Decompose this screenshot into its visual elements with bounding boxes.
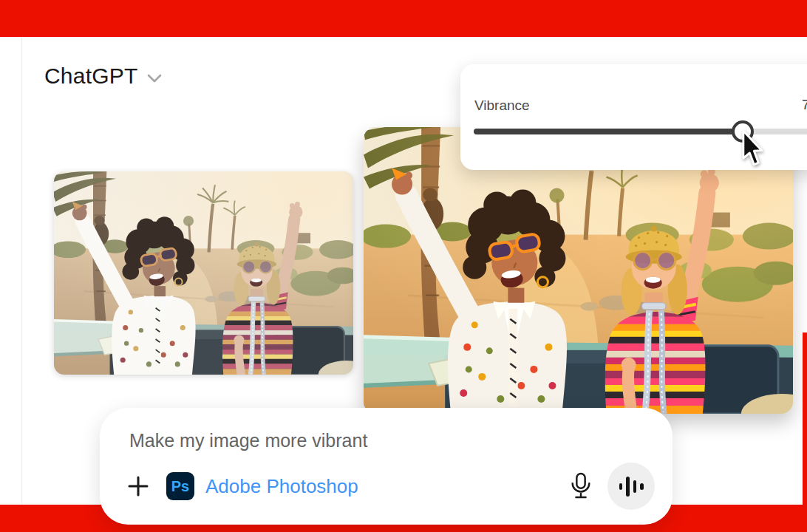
app-window: ChatGPT Vibrance 7 Make my image more vi… [0,0,807,532]
mouse-cursor-icon [740,130,766,167]
model-switcher[interactable]: ChatGPT [44,64,163,89]
attach-button[interactable] [125,473,151,499]
red-edge-strip [803,332,807,510]
photo-before[interactable] [54,171,353,375]
sidebar-divider [21,37,22,505]
vibrance-value: 7 [802,97,807,113]
composer-input[interactable]: Make my image more vibrant [129,430,367,451]
microphone-icon [569,471,593,502]
plus-icon [127,475,149,497]
waveform-icon [619,477,644,497]
adobe-red-top-banner [0,0,807,37]
photoshop-icon: Ps [166,472,194,500]
dictate-button[interactable] [565,470,597,502]
photo-after[interactable] [364,127,793,414]
chevron-down-icon [146,73,163,83]
photoshop-app-label: Adobe Photoshop [205,475,358,498]
vibrance-label: Vibrance [474,98,530,114]
voice-mode-button[interactable] [607,463,655,510]
composer-toolbar: Ps Adobe Photoshop [125,463,655,510]
photoshop-app-link[interactable]: Ps Adobe Photoshop [166,472,358,500]
slider-fill [474,129,743,134]
page-title: ChatGPT [44,64,137,89]
composer: Make my image more vibrant Ps Adobe Phot… [100,408,672,525]
